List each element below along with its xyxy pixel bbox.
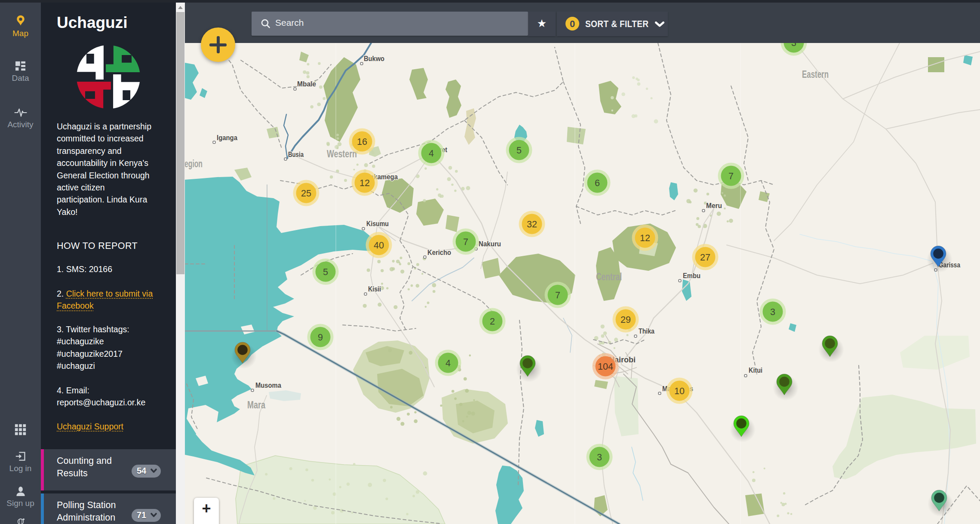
svg-text:29: 29 <box>621 315 631 325</box>
svg-text:27: 27 <box>700 252 710 263</box>
svg-text:4: 4 <box>429 148 434 159</box>
svg-text:Iganga: Iganga <box>217 134 238 141</box>
svg-text:Embu: Embu <box>683 272 700 279</box>
svg-text:12: 12 <box>359 178 370 188</box>
svg-text:16: 16 <box>357 137 367 147</box>
svg-text:6: 6 <box>595 178 600 188</box>
svg-text:3: 3 <box>770 307 775 317</box>
svg-text:5: 5 <box>323 267 328 277</box>
svg-text:3: 3 <box>597 452 602 463</box>
svg-text:Thika: Thika <box>639 327 655 335</box>
svg-text:40: 40 <box>374 240 384 251</box>
svg-text:7: 7 <box>463 237 468 247</box>
svg-text:Mbale: Mbale <box>297 80 316 88</box>
svg-text:Eastern: Eastern <box>802 69 829 80</box>
svg-text:10: 10 <box>674 386 685 396</box>
svg-text:Meru: Meru <box>706 202 722 209</box>
svg-text:Central: Central <box>596 271 622 282</box>
svg-text:5: 5 <box>516 145 522 156</box>
svg-text:4: 4 <box>445 358 451 368</box>
svg-text:12: 12 <box>640 233 650 243</box>
svg-text:Mara: Mara <box>247 399 265 411</box>
svg-text:Kisii: Kisii <box>368 285 381 293</box>
svg-text:104: 104 <box>598 362 613 372</box>
svg-text:2: 2 <box>490 316 495 327</box>
svg-text:Kitui: Kitui <box>749 366 762 374</box>
svg-text:25: 25 <box>301 188 311 199</box>
svg-text:7: 7 <box>728 171 734 181</box>
svg-text:32: 32 <box>527 219 537 230</box>
svg-text:7: 7 <box>555 290 560 300</box>
svg-text:egion: egion <box>185 158 203 169</box>
svg-text:Nakuru: Nakuru <box>479 240 501 248</box>
svg-text:Bukwo: Bukwo <box>364 55 384 62</box>
svg-text:Busia: Busia <box>288 150 304 158</box>
svg-text:3: 3 <box>791 43 796 48</box>
svg-text:9: 9 <box>318 332 323 343</box>
svg-text:Musoma: Musoma <box>255 381 282 389</box>
svg-text:Kisumu: Kisumu <box>366 220 389 227</box>
svg-text:Kericho: Kericho <box>427 248 451 256</box>
